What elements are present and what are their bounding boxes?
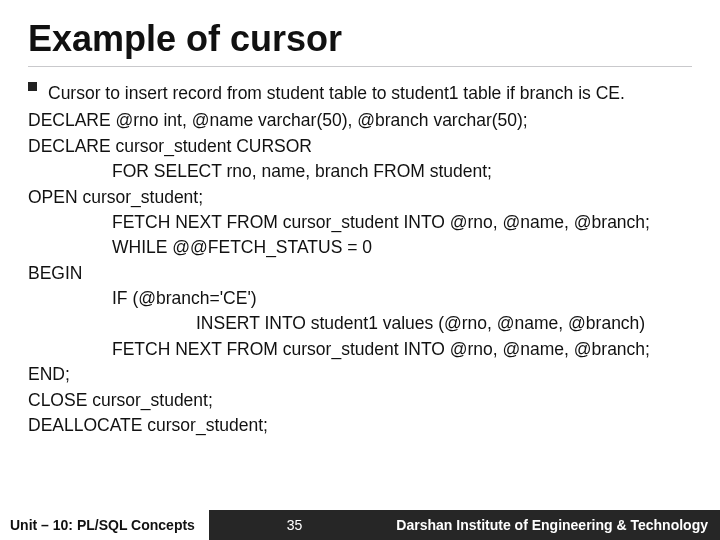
bullet-item: Cursor to insert record from student tab… <box>28 81 692 106</box>
code-line: DEALLOCATE cursor_student; <box>28 413 692 438</box>
svg-rect-0 <box>28 82 37 91</box>
page-number: 35 <box>287 517 303 533</box>
code-line: FETCH NEXT FROM cursor_student INTO @rno… <box>28 210 692 235</box>
slide-body: Cursor to insert record from student tab… <box>28 81 692 438</box>
code-line: DECLARE cursor_student CURSOR <box>28 134 692 159</box>
footer-page: 35 <box>209 510 380 540</box>
footer-unit: Unit – 10: PL/SQL Concepts <box>0 517 209 533</box>
code-line: FETCH NEXT FROM cursor_student INTO @rno… <box>28 337 692 362</box>
code-line: BEGIN <box>28 261 692 286</box>
bullet-text: Cursor to insert record from student tab… <box>48 81 625 106</box>
title-rule <box>28 66 692 67</box>
code-line: CLOSE cursor_student; <box>28 388 692 413</box>
code-line: OPEN cursor_student; <box>28 185 692 210</box>
code-line: DECLARE @rno int, @name varchar(50), @br… <box>28 108 692 133</box>
code-line: FOR SELECT rno, name, branch FROM studen… <box>28 159 692 184</box>
slide: Example of cursor Cursor to insert recor… <box>0 0 720 540</box>
code-line: INSERT INTO student1 values (@rno, @name… <box>28 311 692 336</box>
footer-institute: Darshan Institute of Engineering & Techn… <box>380 510 720 540</box>
footer: Unit – 10: PL/SQL Concepts 35 Darshan In… <box>0 510 720 540</box>
bullet-square-icon <box>28 81 38 106</box>
code-line: IF (@branch='CE') <box>28 286 692 311</box>
code-line: END; <box>28 362 692 387</box>
slide-title: Example of cursor <box>28 18 692 60</box>
code-line: WHILE @@FETCH_STATUS = 0 <box>28 235 692 260</box>
